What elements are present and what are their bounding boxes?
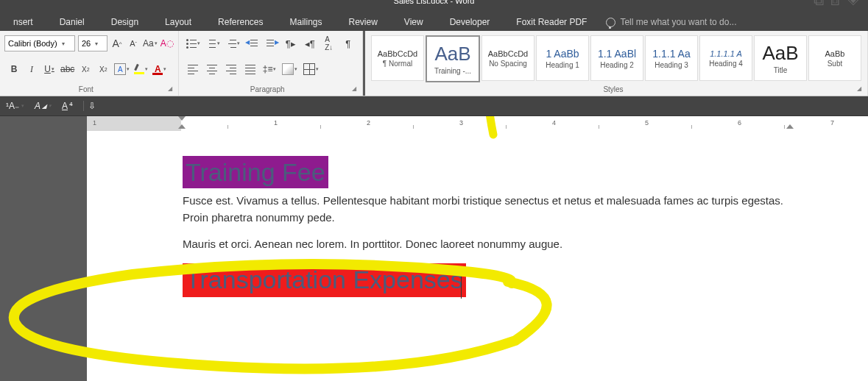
paragraph-group-label: Paragraph [250, 85, 285, 93]
font-color-button[interactable]: A▾ [152, 62, 166, 76]
corner-decor: ⧉ ⧈ ◈ [814, 0, 861, 3]
style-label: ¶ Normal [383, 60, 412, 68]
style-label: Heading 1 [546, 61, 579, 69]
heading-transportation[interactable]: Transportation Expenses [183, 263, 466, 297]
style-tile-heading-3[interactable]: 1.1.1 AaHeading 3 [645, 35, 698, 81]
style-tile-subt[interactable]: AaBbSubt [808, 35, 861, 81]
style-preview: AaBbCcDd [378, 49, 417, 58]
ltr-button[interactable]: ¶▸ [284, 36, 297, 51]
tell-me[interactable]: Tell me what you want to do... [606, 17, 736, 27]
style-tile-heading-2[interactable]: 1.1 AaBlHeading 2 [590, 35, 643, 81]
style-tile--normal[interactable]: AaBbCcDd¶ Normal [371, 35, 424, 81]
style-preview: 1.1 AaBl [598, 48, 636, 60]
font-size-combo[interactable]: 26▾ [78, 35, 107, 51]
increase-indent-button[interactable] [265, 36, 278, 51]
tab-insert[interactable]: nsert [0, 13, 46, 31]
align-left-button[interactable] [186, 62, 200, 76]
tab-foxit[interactable]: Foxit Reader PDF [503, 13, 600, 31]
hanging-indent-marker[interactable] [178, 124, 186, 129]
style-tile-title[interactable]: AaBTitle [754, 35, 807, 81]
font-name-combo[interactable]: Calibri (Body)▾ [4, 35, 75, 51]
qat-overflow[interactable]: ⇩ [83, 101, 96, 111]
tab-developer[interactable]: Developer [437, 13, 504, 31]
align-center-button[interactable] [205, 62, 219, 76]
italic-button[interactable]: I [25, 62, 38, 76]
justify-button[interactable] [244, 62, 257, 76]
shrink-font-icon[interactable]: Aˇ [127, 36, 140, 51]
style-preview: AaB [762, 42, 798, 65]
underline-button[interactable]: U▾ [43, 62, 56, 76]
style-tile-training-[interactable]: AaBTraining -... [426, 35, 480, 82]
styles-dialog-icon[interactable]: ◢ [857, 85, 861, 92]
paragraph-dialog-icon[interactable]: ◢ [352, 85, 356, 92]
qat-item-2[interactable]: A◢▾ [35, 101, 52, 111]
style-tile-heading-1[interactable]: 1 AaBbHeading 1 [536, 35, 589, 81]
bullets-button[interactable]: ▾ [186, 36, 200, 51]
text-effects-button[interactable]: A▾ [114, 62, 130, 76]
superscript-button[interactable]: X2 [96, 62, 110, 76]
styles-group-label: Styles [603, 85, 623, 93]
style-tile-no-spacing[interactable]: AaBbCcDdNo Spacing [481, 35, 534, 81]
heading-training-fee[interactable]: Training Fee [183, 156, 328, 188]
tab-view[interactable]: View [391, 13, 437, 31]
line-spacing-button[interactable]: ‡≡▾ [263, 62, 277, 76]
right-indent-marker[interactable] [786, 124, 794, 129]
window-title: Sales List.docx - Word [394, 0, 475, 4]
multilevel-button[interactable]: ▾ [226, 36, 240, 51]
numbering-button[interactable]: ▾ [206, 36, 220, 51]
style-preview: AaBbCcDd [488, 49, 528, 58]
tab-mailings[interactable]: Mailings [276, 13, 335, 31]
quick-access-bar: ¹A₋▾ A◢▾ A⁴ ⇩ [0, 96, 868, 116]
tab-references[interactable]: References [205, 13, 276, 31]
group-styles: AaBbCcDd¶ NormalAaBTraining -...AaBbCcDd… [365, 31, 868, 96]
style-label: Heading 2 [600, 61, 634, 69]
style-preview: 1 AaBb [546, 48, 579, 60]
lightbulb-icon [606, 18, 615, 27]
style-preview: 1.1.1.1 A [710, 49, 742, 58]
left-gutter [0, 131, 87, 381]
strike-button[interactable]: abc [60, 62, 74, 76]
body-paragraph-2[interactable]: Mauris et orci. Aenean nec lorem. In por… [183, 236, 794, 253]
subscript-button[interactable]: X2 [79, 62, 92, 76]
group-font: Calibri (Body)▾ 26▾ A^ Aˇ Aa▾ A◌ B I U▾ … [0, 31, 179, 96]
body-paragraph-1[interactable]: Fusce est. Vivamus a tellus. Pellentesqu… [183, 193, 794, 226]
menu-bar: nsert Daniel Design Layout References Ma… [0, 13, 868, 31]
shading-button[interactable]: ▾ [282, 62, 297, 76]
tab-design[interactable]: Design [98, 13, 152, 31]
change-case-icon[interactable]: Aa▾ [143, 36, 158, 51]
style-preview: AaBb [825, 49, 845, 58]
first-line-indent-marker[interactable] [178, 116, 186, 121]
style-preview: AaB [434, 43, 470, 65]
title-bar: Sales List.docx - Word ⧉ ⧈ ◈ [0, 0, 868, 13]
tab-layout[interactable]: Layout [152, 13, 205, 31]
highlight-button[interactable]: ▾ [134, 62, 148, 76]
tab-daniel[interactable]: Daniel [46, 13, 98, 31]
style-label: Subt [828, 60, 843, 68]
grow-font-icon[interactable]: A^ [110, 36, 124, 51]
horizontal-ruler[interactable]: 1 1 2 3 4 5 6 7 [87, 116, 868, 132]
style-label: Training -... [434, 67, 471, 75]
show-marks-button[interactable]: ¶ [342, 36, 355, 51]
style-tile-heading-4[interactable]: 1.1.1.1 AHeading 4 [699, 35, 752, 81]
borders-button[interactable]: ▾ [303, 62, 319, 76]
font-group-label: Font [79, 85, 93, 93]
qat-item-3[interactable]: A⁴ [62, 101, 73, 111]
style-label: No Spacing [489, 60, 527, 68]
page[interactable]: Training Fee Fusce est. Vivamus a tellus… [87, 131, 868, 381]
style-preview: 1.1.1 Aa [652, 48, 690, 60]
sort-button[interactable]: AZ↓ [322, 36, 336, 51]
bold-button[interactable]: B [7, 62, 21, 76]
group-paragraph: ▾ ▾ ▾ ¶▸ ◂¶ AZ↓ ¶ ‡≡▾ ▾ ▾ Paragraph◢ [179, 31, 363, 96]
font-dialog-icon[interactable]: ◢ [168, 85, 172, 92]
clear-format-icon[interactable]: A◌ [160, 36, 174, 51]
decrease-indent-button[interactable] [246, 36, 259, 51]
qat-item-1[interactable]: ¹A₋▾ [6, 101, 24, 111]
text-cursor [461, 266, 462, 299]
style-label: Heading 4 [709, 60, 743, 68]
tab-review[interactable]: Review [336, 13, 391, 31]
ribbon: Calibri (Body)▾ 26▾ A^ Aˇ Aa▾ A◌ B I U▾ … [0, 31, 868, 96]
document-area: 1 1 2 3 4 5 6 7 Training Fee Fusce est. … [0, 116, 868, 381]
styles-gallery[interactable]: AaBbCcDd¶ NormalAaBTraining -...AaBbCcDd… [370, 34, 863, 84]
rtl-button[interactable]: ◂¶ [303, 36, 317, 51]
align-right-button[interactable] [225, 62, 238, 76]
